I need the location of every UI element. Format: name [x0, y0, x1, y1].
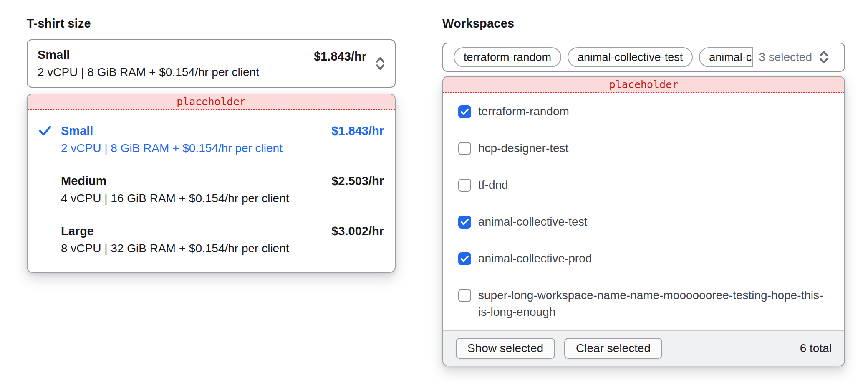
check-icon-slot — [38, 173, 61, 208]
tshirt-option-title: Medium — [61, 173, 331, 189]
workspace-option-row[interactable]: super-long-workspace-name-name-moooooore… — [443, 277, 844, 330]
workspace-checkbox[interactable] — [458, 179, 471, 192]
workspaces-total-count: 6 total — [800, 342, 832, 355]
tshirt-option-description: 8 vCPU | 32 GiB RAM + $0.154/hr per clie… — [61, 239, 331, 258]
workspace-option-row[interactable]: tf-dnd — [443, 167, 844, 203]
tshirt-option-main: Medium 4 vCPU | 16 GiB RAM + $0.154/hr p… — [61, 173, 331, 208]
checkbox-check-icon — [460, 255, 469, 262]
tshirt-option-price: $1.843/hr — [331, 122, 384, 157]
workspace-checkbox[interactable] — [458, 289, 471, 302]
show-selected-button[interactable]: Show selected — [456, 338, 555, 359]
workspace-option-label: hcp-designer-test — [478, 140, 568, 157]
tshirt-option-description: 4 vCPU | 16 GiB RAM + $0.154/hr per clie… — [61, 189, 331, 208]
tshirt-select-trigger[interactable]: Small 2 vCPU | 8 GiB RAM + $0.154/hr per… — [27, 39, 396, 88]
workspaces-selected-pills: terraform-random animal-collective-test … — [454, 47, 753, 67]
tshirt-option[interactable]: Large 8 vCPU | 32 GiB RAM + $0.154/hr pe… — [28, 215, 395, 265]
workspaces-placeholder-band: placeholder — [443, 77, 844, 93]
tshirt-option-title: Large — [61, 223, 331, 239]
tshirt-option-price: $2.503/hr — [331, 173, 384, 208]
workspaces-summary: 3 selected — [759, 49, 830, 66]
workspace-selected-pill[interactable]: animal-collective-test — [568, 47, 693, 67]
tshirt-trigger-description: 2 vCPU | 8 GiB RAM + $0.154/hr per clien… — [38, 63, 314, 81]
tshirt-trigger-right: $1.843/hr — [314, 55, 386, 72]
workspace-option-label: animal-collective-prod — [478, 250, 592, 267]
tshirt-size-label: T-shirt size — [27, 17, 396, 30]
workspaces-placeholder-text: placeholder — [609, 79, 679, 91]
workspaces-field: Workspaces terraform-random animal-colle… — [442, 17, 845, 366]
tshirt-option-main: Large 8 vCPU | 32 GiB RAM + $0.154/hr pe… — [61, 223, 331, 258]
workspace-option-row[interactable]: animal-collective-prod — [443, 240, 844, 277]
tshirt-option-title: Small — [61, 122, 331, 139]
workspace-option-row[interactable]: animal-collective-test — [443, 203, 844, 240]
workspaces-footer: Show selected Clear selected 6 total — [443, 330, 844, 366]
tshirt-option-description: 2 vCPU | 8 GiB RAM + $0.154/hr per clien… — [61, 139, 331, 157]
workspaces-options: terraform-random hcp-designer-test tf-dn… — [443, 93, 844, 330]
clear-selected-button[interactable]: Clear selected — [564, 338, 662, 359]
workspace-checkbox[interactable] — [458, 216, 471, 229]
tshirt-select-dropdown: placeholder Small 2 vCPU | 8 GiB RAM + $… — [27, 94, 396, 273]
workspace-option-row[interactable]: hcp-designer-test — [443, 130, 844, 167]
workspaces-dropdown: placeholder terraform-random hcp-designe… — [442, 76, 845, 366]
workspace-checkbox[interactable] — [458, 105, 471, 118]
workspaces-selected-count: 3 selected — [759, 51, 812, 64]
tshirt-trigger-text: Small 2 vCPU | 8 GiB RAM + $0.154/hr per… — [38, 46, 314, 81]
tshirt-placeholder-text: placeholder — [177, 96, 246, 108]
workspace-option-label: super-long-workspace-name-name-moooooore… — [478, 287, 832, 320]
check-icon — [38, 125, 52, 136]
tshirt-option-main: Small 2 vCPU | 8 GiB RAM + $0.154/hr per… — [61, 122, 331, 157]
workspace-option-label: animal-collective-test — [478, 213, 587, 230]
workspace-checkbox[interactable] — [458, 252, 471, 265]
workspace-option-label: tf-dnd — [478, 177, 508, 193]
workspace-option-row[interactable]: terraform-random — [443, 93, 844, 130]
tshirt-placeholder-band: placeholder — [28, 94, 395, 110]
workspaces-label: Workspaces — [442, 17, 845, 30]
tshirt-option-price: $3.002/hr — [331, 223, 384, 258]
tshirt-option[interactable]: Small 2 vCPU | 8 GiB RAM + $0.154/hr per… — [28, 115, 395, 165]
workspaces-select-trigger[interactable]: terraform-random animal-collective-test … — [442, 43, 845, 72]
tshirt-trigger-title: Small — [38, 46, 314, 63]
checkbox-check-icon — [460, 108, 469, 115]
workspace-option-label: terraform-random — [478, 103, 569, 120]
workspace-selected-pill[interactable]: terraform-random — [454, 47, 561, 67]
checkbox-check-icon — [460, 218, 469, 226]
tshirt-option[interactable]: Medium 4 vCPU | 16 GiB RAM + $0.154/hr p… — [28, 165, 395, 215]
chevron-up-down-icon — [374, 55, 386, 72]
tshirt-options: Small 2 vCPU | 8 GiB RAM + $0.154/hr per… — [28, 110, 395, 272]
workspace-checkbox[interactable] — [458, 142, 471, 155]
chevron-up-down-icon — [818, 49, 830, 66]
tshirt-trigger-price: $1.843/hr — [314, 50, 366, 63]
check-icon-slot — [38, 122, 61, 157]
check-icon-slot — [38, 223, 61, 258]
tshirt-size-field: T-shirt size Small 2 vCPU | 8 GiB RAM + … — [27, 17, 396, 273]
workspace-selected-pill[interactable]: animal-collective-prod — [699, 47, 753, 67]
